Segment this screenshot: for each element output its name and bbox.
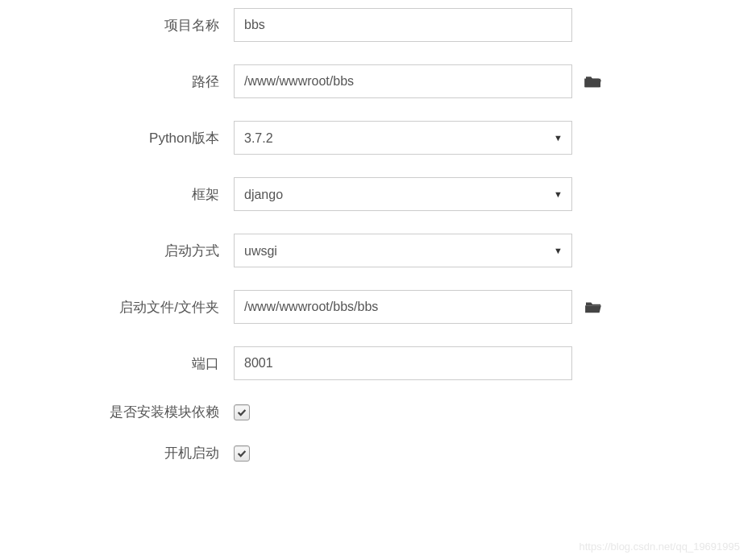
boot-start-cell: [234, 445, 572, 462]
port-input[interactable]: [234, 346, 572, 380]
port-label: 端口: [0, 354, 234, 373]
python-version-select-wrapper: 3.7.2 ▼: [234, 121, 572, 155]
start-mode-select[interactable]: uwsgi: [234, 234, 572, 267]
install-deps-label: 是否安装模块依赖: [0, 403, 234, 421]
path-label: 路径: [0, 72, 234, 91]
framework-row: 框架 django ▼: [0, 177, 756, 211]
boot-start-row: 开机启动: [0, 444, 756, 462]
framework-label: 框架: [0, 185, 234, 204]
project-name-label: 项目名称: [0, 16, 234, 35]
watermark-text: https://blog.csdn.net/qq_19691995: [579, 540, 741, 553]
framework-select[interactable]: django: [234, 177, 572, 211]
project-name-input[interactable]: [234, 8, 572, 42]
start-mode-select-wrapper: uwsgi ▼: [234, 234, 572, 267]
install-deps-cell: [234, 404, 572, 420]
install-deps-checkbox[interactable]: [234, 404, 250, 420]
boot-start-checkbox[interactable]: [234, 445, 250, 462]
path-row: 路径: [0, 64, 756, 98]
path-input[interactable]: [234, 64, 572, 98]
start-file-row: 启动文件/文件夹: [0, 290, 756, 324]
start-file-label: 启动文件/文件夹: [0, 298, 234, 317]
start-file-input[interactable]: [234, 290, 572, 324]
start-mode-row: 启动方式 uwsgi ▼: [0, 234, 756, 267]
folder-icon[interactable]: [584, 300, 602, 314]
python-version-row: Python版本 3.7.2 ▼: [0, 121, 756, 155]
framework-select-wrapper: django ▼: [234, 177, 572, 211]
start-mode-label: 启动方式: [0, 242, 234, 260]
port-row: 端口: [0, 346, 756, 380]
folder-icon[interactable]: [584, 74, 602, 89]
python-version-label: Python版本: [0, 129, 234, 147]
project-name-row: 项目名称: [0, 8, 756, 42]
python-version-select[interactable]: 3.7.2: [234, 121, 572, 155]
install-deps-row: 是否安装模块依赖: [0, 403, 756, 421]
boot-start-label: 开机启动: [0, 444, 234, 462]
